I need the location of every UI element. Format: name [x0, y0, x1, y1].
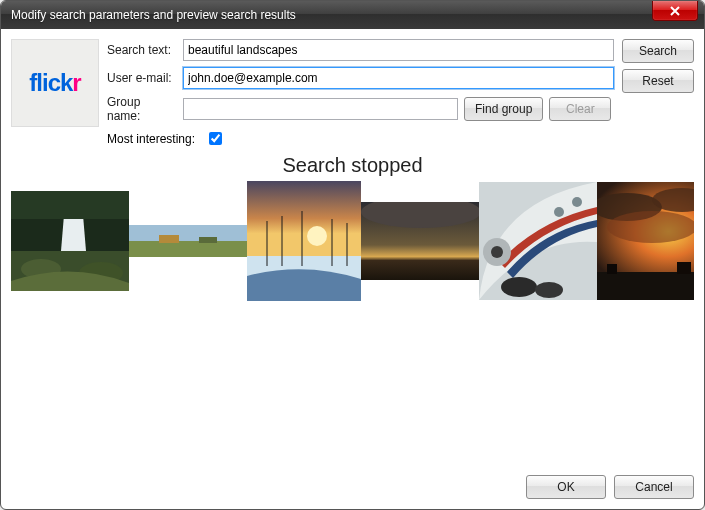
search-text-label: Search text:	[107, 43, 177, 57]
top-row: flickr Search text: User e-mail: Group n…	[11, 39, 694, 148]
svg-point-20	[572, 197, 582, 207]
group-name-row: Group name: Find group Clear	[107, 95, 614, 123]
most-interesting-checkbox[interactable]	[209, 132, 222, 145]
svg-point-22	[501, 277, 537, 297]
dialog-window: Modify search parameters and preview sea…	[0, 0, 705, 510]
thumbnail[interactable]	[247, 181, 361, 301]
titlebar: Modify search parameters and preview sea…	[1, 1, 704, 29]
svg-rect-4	[11, 191, 129, 219]
user-email-input[interactable]	[183, 67, 614, 89]
search-text-row: Search text:	[107, 39, 614, 61]
search-text-input[interactable]	[183, 39, 614, 61]
svg-point-10	[307, 226, 327, 246]
find-group-button[interactable]: Find group	[464, 97, 543, 121]
group-name-label: Group name:	[107, 95, 177, 123]
svg-rect-5	[129, 225, 247, 241]
user-email-row: User e-mail:	[107, 67, 614, 89]
status-text: Search stopped	[11, 154, 694, 177]
close-button[interactable]	[652, 1, 698, 21]
svg-rect-31	[607, 264, 617, 274]
spacer	[11, 301, 694, 465]
most-interesting-row: Most interesting:	[107, 129, 614, 148]
svg-point-25	[491, 246, 503, 258]
svg-point-23	[535, 282, 563, 298]
logo-text-main: flick	[29, 69, 72, 97]
svg-rect-30	[597, 272, 694, 300]
side-buttons: Search Reset	[622, 39, 694, 148]
clear-button[interactable]: Clear	[549, 97, 611, 121]
svg-point-21	[554, 207, 564, 217]
footer: OK Cancel	[11, 465, 694, 499]
dialog-content: flickr Search text: User e-mail: Group n…	[1, 29, 704, 509]
thumbnail[interactable]	[129, 181, 247, 301]
ok-button[interactable]: OK	[526, 475, 606, 499]
thumbnail[interactable]	[361, 181, 479, 301]
thumbnail[interactable]	[11, 181, 129, 301]
reset-button[interactable]: Reset	[622, 69, 694, 93]
thumbnail[interactable]	[479, 181, 597, 301]
svg-rect-9	[247, 181, 361, 256]
user-email-label: User e-mail:	[107, 71, 177, 85]
cancel-button[interactable]: Cancel	[614, 475, 694, 499]
logo-text-accent: r	[72, 69, 80, 97]
svg-point-29	[607, 211, 694, 243]
window-title: Modify search parameters and preview sea…	[11, 8, 296, 22]
group-name-input[interactable]	[183, 98, 458, 120]
flickr-logo: flickr	[11, 39, 99, 127]
close-icon	[669, 6, 681, 16]
thumbnail[interactable]	[597, 181, 694, 301]
thumbnail-strip	[11, 181, 694, 301]
form-column: Search text: User e-mail: Group name: Fi…	[107, 39, 614, 148]
svg-rect-6	[129, 241, 247, 257]
svg-rect-8	[199, 237, 217, 243]
search-button[interactable]: Search	[622, 39, 694, 63]
most-interesting-label: Most interesting:	[107, 132, 195, 146]
svg-rect-7	[159, 235, 179, 243]
svg-rect-32	[677, 262, 691, 274]
